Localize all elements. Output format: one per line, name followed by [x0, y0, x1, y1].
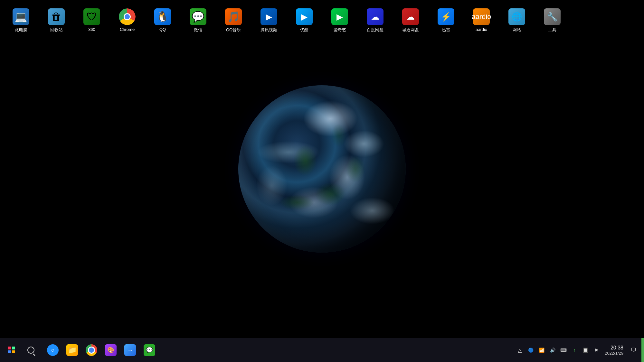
iqiyi-icon: ▶ — [331, 8, 348, 25]
win-icon-red — [8, 347, 11, 349]
notification-button[interactable]: 🗨 — [627, 341, 640, 359]
desktop-icon-tools[interactable]: 🔧 工具 — [538, 6, 567, 35]
desktop-icon-aardio[interactable]: aardio aardio — [467, 6, 496, 35]
cortana-icon: ○ — [47, 344, 59, 356]
desktop-icon-city[interactable]: ☁ 城通网盘 — [396, 6, 425, 35]
taskbar-wechat-icon: 💬 — [144, 344, 155, 356]
website-label: 网站 — [513, 27, 521, 33]
website-icon: 🌐 — [508, 8, 525, 25]
desktop-icon-pc[interactable]: 💻 此电脑 — [6, 6, 35, 35]
system-tray: △ 🔵 📶 🔊 ⌨ ↑ 🔲 ✖ — [515, 346, 601, 355]
tencent-video-label: 腾讯视频 — [260, 27, 277, 33]
wechat-icon: 💬 — [190, 8, 206, 25]
files-icon: 📁 — [66, 344, 78, 356]
desktop-icon-recycle[interactable]: 🗑 回收站 — [42, 6, 71, 35]
desktop-icons-area: 💻 此电脑 🗑 回收站 🛡 360 Chrome 🐧 QQ 💬 微信 — [0, 3, 573, 38]
taskbar-chrome-icon — [86, 344, 97, 356]
desktop: 💻 此电脑 🗑 回收站 🛡 360 Chrome 🐧 QQ 💬 微信 — [0, 0, 644, 338]
desktop-icon-chrome[interactable]: Chrome — [113, 6, 142, 35]
chrome-icon — [119, 8, 136, 25]
tray-network[interactable]: 🔵 — [526, 346, 535, 355]
taskbar: ○ 📁 🎨 → 💬 △ 🔵 📶 🔊 ⌨ ↑ 🔲 — [0, 338, 644, 362]
tools-label: 工具 — [548, 27, 556, 33]
green-accent-bar — [641, 338, 644, 362]
search-icon — [27, 347, 34, 354]
start-button[interactable] — [3, 341, 21, 359]
app4-icon: 🎨 — [105, 344, 117, 356]
desktop-icon-qq[interactable]: 🐧 QQ — [148, 6, 177, 35]
win-icon-blue — [8, 350, 11, 353]
clock-date: 2022/1/29 — [605, 351, 623, 356]
qq-label: QQ — [159, 27, 166, 32]
clock[interactable]: 20:38 2022/1/29 — [602, 345, 626, 356]
qqmusic-label: QQ音乐 — [226, 27, 241, 33]
recycle-icon: 🗑 — [48, 8, 65, 25]
360-label: 360 — [88, 27, 95, 32]
tray-expand[interactable]: △ — [515, 346, 524, 355]
xunlei-label: 迅雷 — [442, 27, 450, 33]
desktop-icon-iqiyi[interactable]: ▶ 爱奇艺 — [325, 6, 354, 35]
taskbar-app4[interactable]: 🎨 — [102, 341, 120, 359]
desktop-icon-baidu[interactable]: ☁ 百度网盘 — [361, 6, 390, 35]
recycle-label: 回收站 — [50, 27, 63, 33]
desktop-icon-tencent-video[interactable]: ▶ 腾讯视频 — [254, 6, 283, 35]
tray-ime[interactable]: ⌨ — [559, 346, 568, 355]
youku-label: 优酷 — [300, 27, 308, 33]
youku-icon: ▶ — [296, 8, 313, 25]
taskbar-wechat[interactable]: 💬 — [140, 341, 158, 359]
tencent-video-icon: ▶ — [260, 8, 277, 25]
earth-globe — [238, 85, 406, 253]
tools-icon: 🔧 — [544, 8, 561, 25]
windows-icon — [8, 347, 15, 354]
desktop-icon-qqmusic[interactable]: 🎵 QQ音乐 — [219, 6, 248, 35]
pc-icon: 💻 — [13, 8, 29, 25]
win-icon-yellow — [12, 350, 15, 353]
win-icon-green — [12, 347, 15, 349]
app5-icon: → — [124, 344, 136, 356]
qqmusic-icon: 🎵 — [225, 8, 242, 25]
city-icon: ☁ — [402, 8, 419, 25]
tray-screen[interactable]: 🔲 — [581, 346, 590, 355]
chrome-label: Chrome — [120, 27, 135, 32]
taskbar-tray: △ 🔵 📶 🔊 ⌨ ↑ 🔲 ✖ 20:38 2022/1/29 🗨 — [511, 341, 644, 359]
baidu-label: 百度网盘 — [367, 27, 384, 33]
tray-update[interactable]: ↑ — [570, 346, 579, 355]
desktop-icon-360[interactable]: 🛡 360 — [77, 6, 106, 35]
qq-icon: 🐧 — [154, 8, 171, 25]
aardio-label: aardio — [476, 27, 487, 32]
search-button[interactable] — [22, 341, 40, 359]
xunlei-icon: ⚡ — [438, 8, 454, 25]
iqiyi-label: 爱奇艺 — [334, 27, 346, 33]
desktop-icon-wechat[interactable]: 💬 微信 — [184, 6, 213, 35]
desktop-icon-youku[interactable]: ▶ 优酷 — [290, 6, 319, 35]
clock-time: 20:38 — [611, 345, 623, 351]
tray-close[interactable]: ✖ — [592, 346, 601, 355]
taskbar-files[interactable]: 📁 — [63, 341, 81, 359]
taskbar-left — [0, 341, 43, 359]
taskbar-app5[interactable]: → — [121, 341, 139, 359]
tray-volume[interactable]: 🔊 — [548, 346, 557, 355]
baidu-icon: ☁ — [367, 8, 384, 25]
aardio-icon: aardio — [473, 8, 490, 25]
taskbar-cortana[interactable]: ○ — [44, 341, 62, 359]
tray-wifi[interactable]: 📶 — [537, 346, 546, 355]
taskbar-apps: ○ 📁 🎨 → 💬 — [43, 341, 511, 359]
taskbar-chrome[interactable] — [82, 341, 100, 359]
wechat-label: 微信 — [194, 27, 202, 33]
desktop-icon-xunlei[interactable]: ⚡ 迅雷 — [431, 6, 460, 35]
360-icon: 🛡 — [83, 8, 100, 25]
earth-wallpaper — [238, 85, 406, 253]
city-label: 城通网盘 — [402, 27, 419, 33]
pc-label: 此电脑 — [15, 27, 27, 33]
desktop-icon-website[interactable]: 🌐 网站 — [502, 6, 531, 35]
